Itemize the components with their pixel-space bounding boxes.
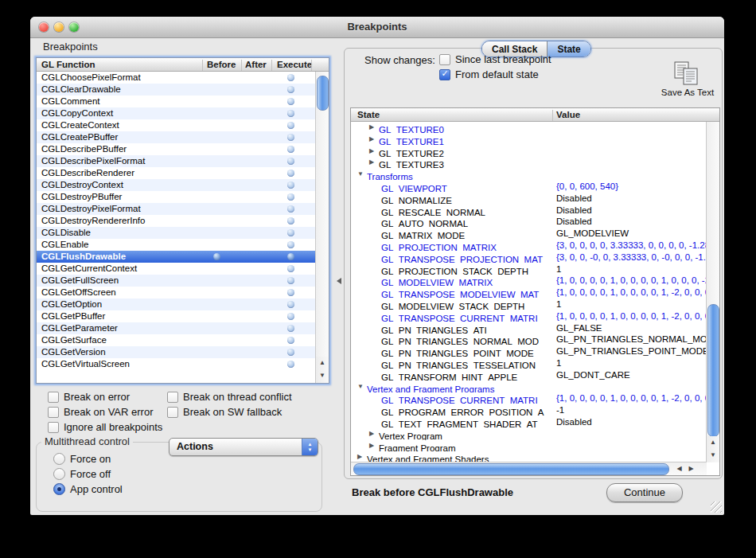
scroll-left-arrow-icon[interactable]: ◀ — [673, 462, 685, 475]
radio-circle[interactable] — [53, 483, 65, 495]
since-last-breakpoint-checkbox[interactable]: Since last breakpoint — [439, 53, 551, 65]
execute-breakpoint-orb[interactable] — [287, 205, 294, 213]
save-as-text-button[interactable] — [672, 61, 703, 87]
execute-breakpoint-orb[interactable] — [287, 170, 294, 177]
function-row[interactable]: CGLDescribeRenderer — [37, 167, 315, 179]
force-on-radio[interactable]: Force on — [53, 453, 111, 465]
actions-popup-button[interactable]: Actions ▲▼ — [169, 438, 318, 456]
function-row[interactable]: CGLDestroyContext — [37, 179, 315, 191]
break-on-var-error-checkbox[interactable]: Break on VAR error — [48, 406, 153, 418]
resize-grip-icon[interactable] — [711, 501, 722, 513]
state-row[interactable]: GL_PN_TRIANGLES_ATIGL_FALSE — [351, 322, 707, 334]
scrollbar-thumb[interactable] — [317, 76, 329, 111]
checkbox-box[interactable] — [48, 392, 59, 403]
state-table-vscrollbar[interactable]: ▲ ▼ — [706, 122, 719, 462]
tab-state[interactable]: State — [548, 41, 590, 57]
execute-breakpoint-orb[interactable] — [287, 361, 294, 368]
break-on-error-checkbox[interactable]: Break on error — [48, 391, 130, 403]
scroll-up-arrow-icon[interactable]: ▲ — [707, 436, 719, 449]
function-row[interactable]: CGLFlushDrawable — [37, 251, 315, 263]
disclosure-triangle-icon[interactable]: ▶ — [369, 430, 379, 437]
function-row[interactable]: CGLGetFullScreen — [37, 275, 315, 287]
break-on-thread-conflict-checkbox[interactable]: Break on thread conflict — [167, 391, 292, 403]
state-table-hscrollbar[interactable]: ◀ ▶ — [351, 462, 707, 475]
function-row[interactable]: CGLGetParameter — [37, 322, 315, 334]
state-row[interactable]: ▶Vertex and Fragment Shaders — [351, 451, 707, 462]
execute-breakpoint-orb[interactable] — [287, 86, 294, 93]
disclosure-triangle-icon[interactable]: ▶ — [357, 453, 367, 460]
function-row[interactable]: CGLGetVirtualScreen — [37, 358, 315, 370]
before-breakpoint-orb[interactable] — [213, 253, 220, 260]
disclosure-triangle-icon[interactable]: ▶ — [369, 147, 379, 154]
execute-breakpoint-orb[interactable] — [287, 289, 294, 296]
execute-breakpoint-orb[interactable] — [287, 325, 294, 332]
execute-breakpoint-orb[interactable] — [287, 158, 294, 165]
state-row[interactable]: GL_PROGRAM_ERROR_POSITION_A-1 — [351, 404, 707, 416]
state-row[interactable]: ▶Fragment Program — [351, 440, 707, 452]
scroll-right-arrow-icon[interactable]: ▶ — [685, 462, 697, 475]
function-row[interactable]: CGLGetPBuffer — [37, 310, 315, 322]
state-row[interactable]: GL_NORMALIZEDisabled — [351, 193, 707, 205]
state-row[interactable]: GL_AUTO_NORMALDisabled — [351, 216, 707, 228]
column-header-after[interactable]: After — [245, 60, 267, 69]
column-header-execute[interactable]: Execute — [277, 60, 312, 69]
function-row[interactable]: CGLGetSurface — [37, 334, 315, 346]
function-row[interactable]: CGLDestroyRendererInfo — [37, 215, 315, 227]
app-control-radio[interactable]: App control — [53, 483, 123, 495]
state-row[interactable]: GL_TRANSPOSE_CURRENT_MATRI{1, 0, 0, 0, 0… — [351, 392, 707, 404]
disclosure-triangle-icon[interactable]: ▶ — [369, 442, 379, 449]
disclosure-triangle-icon[interactable]: ▶ — [369, 158, 379, 166]
function-row[interactable]: CGLDestroyPBuffer — [37, 191, 315, 203]
state-row[interactable]: ▶GL_TEXTURE2 — [351, 146, 707, 158]
state-row[interactable]: ▶GL_TEXTURE0 — [351, 122, 707, 134]
execute-breakpoint-orb[interactable] — [287, 193, 294, 201]
function-row[interactable]: CGLDisable — [37, 227, 315, 239]
function-row[interactable]: CGLComment — [37, 96, 315, 107]
disclosure-triangle-icon[interactable]: ▶ — [369, 135, 379, 142]
function-row[interactable]: CGLGetOption — [37, 299, 315, 310]
execute-breakpoint-orb[interactable] — [287, 301, 294, 308]
state-row[interactable]: GL_PN_TRIANGLES_NORMAL_MODGL_PN_TRIANGLE… — [351, 334, 707, 345]
function-row[interactable]: CGLGetCurrentContext — [37, 263, 315, 275]
scrollbar-thumb[interactable] — [707, 304, 719, 437]
function-row[interactable]: CGLEnable — [37, 239, 315, 251]
function-row[interactable]: CGLDescribePixelFormat — [37, 155, 315, 167]
execute-breakpoint-orb[interactable] — [287, 229, 294, 236]
execute-breakpoint-orb[interactable] — [287, 217, 294, 224]
execute-breakpoint-orb[interactable] — [287, 122, 294, 129]
function-row[interactable]: CGLCreateContext — [37, 119, 315, 131]
state-row[interactable]: GL_PN_TRIANGLES_POINT_MODE_GL_PN_TRIANGL… — [351, 345, 707, 357]
execute-breakpoint-orb[interactable] — [287, 134, 294, 141]
state-row[interactable]: ▶Vertex Program — [351, 428, 707, 440]
state-row[interactable]: ▶GL_TEXTURE1 — [351, 134, 707, 146]
break-on-sw-fallback-checkbox[interactable]: Break on SW fallback — [167, 406, 282, 418]
execute-breakpoint-orb[interactable] — [287, 74, 294, 81]
disclosure-triangle-icon[interactable]: ▶ — [369, 123, 379, 131]
state-row[interactable]: ▶GL_TEXTURE3 — [351, 157, 707, 169]
title-bar[interactable]: Breakpoints — [30, 17, 724, 38]
execute-breakpoint-orb[interactable] — [287, 349, 294, 356]
function-row[interactable]: CGLDestroyPixelFormat — [37, 203, 315, 215]
from-default-state-checkbox[interactable]: From default state — [439, 68, 539, 80]
state-row[interactable]: ▼Vertex and Fragment Programs — [351, 381, 707, 393]
column-header-gl-function[interactable]: GL Function — [41, 60, 95, 69]
execute-breakpoint-orb[interactable] — [287, 313, 294, 320]
execute-breakpoint-orb[interactable] — [287, 110, 294, 117]
disclosure-triangle-icon[interactable]: ▼ — [357, 170, 367, 178]
checkbox-box[interactable] — [48, 422, 59, 433]
checkbox-box[interactable] — [439, 54, 450, 65]
execute-breakpoint-orb[interactable] — [287, 146, 294, 153]
scroll-up-arrow-icon[interactable]: ▲ — [316, 357, 329, 369]
column-header-state[interactable]: State — [357, 110, 380, 119]
state-row[interactable]: ▼Transforms — [351, 169, 707, 181]
function-list-scrollbar[interactable]: ▲ ▼ — [315, 72, 329, 383]
execute-breakpoint-orb[interactable] — [287, 253, 294, 260]
function-row[interactable]: CGLCopyContext — [37, 107, 315, 119]
scrollbar-thumb[interactable] — [353, 463, 669, 475]
ignore-all-breakpoints-checkbox[interactable]: Ignore all breakpoints — [48, 421, 162, 433]
execute-breakpoint-orb[interactable] — [287, 277, 294, 284]
force-off-radio[interactable]: Force off — [53, 468, 111, 480]
execute-breakpoint-orb[interactable] — [287, 241, 294, 248]
function-row[interactable]: CGLChoosePixelFormat — [37, 72, 315, 84]
state-row[interactable]: GL_RESCALE_NORMALDisabled — [351, 205, 707, 217]
